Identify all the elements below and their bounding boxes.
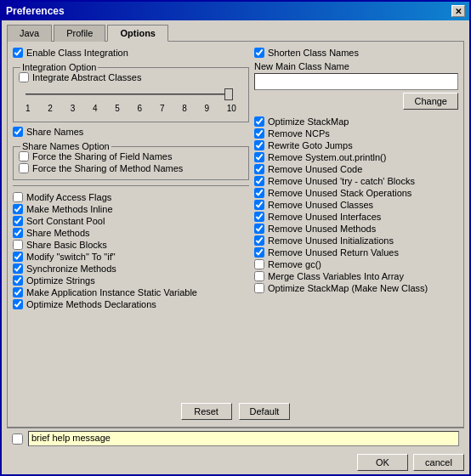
right-checkbox-label-4: Remove Unused Code <box>268 164 362 174</box>
integrate-abstract-row: Integrate Abstract Classes <box>19 71 243 83</box>
new-main-class-label: New Main Class Name <box>254 61 458 71</box>
cancel-button[interactable]: cancel <box>413 454 464 471</box>
right-checkbox-11[interactable] <box>254 247 264 258</box>
shorten-class-names-label: Shorten Class Names <box>268 48 359 58</box>
right-checkbox-2[interactable] <box>254 140 264 150</box>
enable-class-integration-label: Enable Class Integration <box>26 48 128 58</box>
shorten-class-names-checkbox[interactable] <box>254 48 264 58</box>
right-checkbox-label-3: Remove System.out.println() <box>268 152 386 162</box>
preferences-window: Preferences ✕ Java Profile Options Enabl… <box>0 0 471 476</box>
right-checkbox-10[interactable] <box>254 235 264 246</box>
right-checkbox-row-10: Remove Unused Initializations <box>254 235 458 246</box>
left-checkbox-row-6: Synchronize Methods <box>13 263 249 275</box>
right-checkbox-1[interactable] <box>254 128 264 139</box>
left-checkboxes: Modify Access FlagsMake Methods InlineSo… <box>13 191 249 310</box>
left-checkbox-5[interactable] <box>13 252 23 262</box>
right-checkbox-row-4: Remove Unused Code <box>254 163 458 175</box>
left-checkbox-label-0: Modify Access Flags <box>26 192 111 202</box>
share-names-row: Share Names <box>13 126 249 138</box>
force-field-row: Force the Sharing of Field Names <box>19 150 243 162</box>
new-main-class-input[interactable] <box>254 73 458 90</box>
divider <box>13 185 249 186</box>
force-method-checkbox[interactable] <box>19 163 29 173</box>
right-checkbox-label-8: Remove Unused Interfaces <box>268 212 381 222</box>
ok-cancel-row: OK cancel <box>2 452 469 474</box>
right-checkbox-row-14: Optimize StackMap (Make New Class) <box>254 282 458 294</box>
content-area: Enable Class Integration Integration Opt… <box>7 41 464 428</box>
left-checkbox-2[interactable] <box>13 216 23 226</box>
right-checkbox-row-5: Remove Unused 'try - catch' Blocks <box>254 175 458 187</box>
right-checkbox-label-9: Remove Unused Methods <box>268 224 376 234</box>
right-checkbox-14[interactable] <box>254 283 264 293</box>
left-checkbox-label-2: Sort Constant Pool <box>26 216 105 226</box>
left-checkbox-label-1: Make Methods Inline <box>26 204 113 214</box>
right-checkbox-3[interactable] <box>254 152 264 162</box>
slider-container: 1 2 3 4 5 6 7 8 9 10 <box>19 87 243 113</box>
tab-profile[interactable]: Profile <box>54 25 105 42</box>
brief-help-checkbox-row <box>12 434 23 445</box>
status-bar: brief help message <box>7 428 464 449</box>
left-checkbox-8[interactable] <box>13 287 23 298</box>
left-checkbox-row-0: Modify Access Flags <box>13 191 249 203</box>
left-checkbox-6[interactable] <box>13 264 23 274</box>
right-checkbox-7[interactable] <box>254 200 264 210</box>
right-checkbox-label-5: Remove Unused 'try - catch' Blocks <box>268 176 415 186</box>
left-checkbox-0[interactable] <box>13 192 23 202</box>
right-checkbox-row-13: Merge Class Variables Into Array <box>254 270 458 282</box>
window-title: Preferences <box>6 5 65 17</box>
left-checkbox-7[interactable] <box>13 275 23 286</box>
right-checkbox-row-6: Remove Unused Stack Operations <box>254 187 458 199</box>
change-button[interactable]: Change <box>403 93 458 110</box>
enable-class-integration-checkbox[interactable] <box>13 48 23 58</box>
right-checkbox-row-0: Optimize StackMap <box>254 116 458 128</box>
right-checkbox-13[interactable] <box>254 271 264 281</box>
share-names-checkbox[interactable] <box>13 127 23 137</box>
reset-button[interactable]: Reset <box>181 403 232 420</box>
right-checkbox-6[interactable] <box>254 188 264 198</box>
right-column: Shorten Class Names New Main Class Name … <box>254 47 458 400</box>
right-checkbox-label-0: Optimize StackMap <box>268 116 349 127</box>
brief-help-checkbox[interactable] <box>12 434 23 445</box>
right-checkbox-12[interactable] <box>254 259 264 269</box>
force-field-label: Force the Sharing of Field Names <box>32 151 172 162</box>
share-names-option-label: Share Names Option <box>20 141 111 151</box>
force-method-row: Force the Sharing of Method Names <box>19 162 243 174</box>
right-checkbox-5[interactable] <box>254 176 264 186</box>
right-checkbox-row-8: Remove Unused Interfaces <box>254 211 458 223</box>
right-checkbox-row-12: Remove gc() <box>254 258 458 270</box>
slider-numbers: 1 2 3 4 5 6 7 8 9 10 <box>22 104 240 113</box>
right-checkbox-label-1: Remove NCPs <box>268 128 330 139</box>
left-checkbox-row-9: Optimize Methods Declarations <box>13 298 249 310</box>
right-checkbox-label-2: Rewrite Goto Jumps <box>268 140 353 150</box>
left-checkbox-label-4: Share Basic Blocks <box>26 240 107 250</box>
shorten-class-names-row: Shorten Class Names <box>254 47 458 59</box>
left-checkbox-1[interactable] <box>13 204 23 214</box>
tab-options[interactable]: Options <box>107 25 168 42</box>
force-field-checkbox[interactable] <box>19 151 29 162</box>
integration-option-group: Integration Option Integrate Abstract Cl… <box>13 67 249 122</box>
right-checkbox-label-10: Remove Unused Initializations <box>268 235 394 246</box>
left-checkbox-row-8: Make Application Instance Static Variabl… <box>13 286 249 298</box>
slider-thumb[interactable] <box>224 88 233 100</box>
enable-class-integration-row: Enable Class Integration <box>13 47 249 59</box>
right-checkbox-row-9: Remove Unused Methods <box>254 223 458 235</box>
close-button[interactable]: ✕ <box>451 5 465 17</box>
tab-java[interactable]: Java <box>7 25 52 42</box>
main-content: Enable Class Integration Integration Opt… <box>13 47 458 400</box>
right-checkbox-row-1: Remove NCPs <box>254 128 458 139</box>
right-checkbox-8[interactable] <box>254 212 264 222</box>
right-checkbox-row-3: Remove System.out.println() <box>254 151 458 163</box>
share-names-option-group: Share Names Option Force the Sharing of … <box>13 146 249 180</box>
left-checkbox-4[interactable] <box>13 240 23 250</box>
left-checkbox-row-5: Modify "switch" To "if" <box>13 251 249 263</box>
right-checkbox-4[interactable] <box>254 164 264 174</box>
right-checkbox-9[interactable] <box>254 224 264 234</box>
left-checkbox-9[interactable] <box>13 299 23 309</box>
left-checkbox-3[interactable] <box>13 228 23 238</box>
right-checkbox-0[interactable] <box>254 116 264 127</box>
integrate-abstract-checkbox[interactable] <box>19 72 29 82</box>
left-checkbox-row-7: Optimize Strings <box>13 275 249 286</box>
default-button[interactable]: Default <box>239 403 291 420</box>
ok-button[interactable]: OK <box>357 454 408 471</box>
left-checkbox-row-4: Share Basic Blocks <box>13 239 249 251</box>
